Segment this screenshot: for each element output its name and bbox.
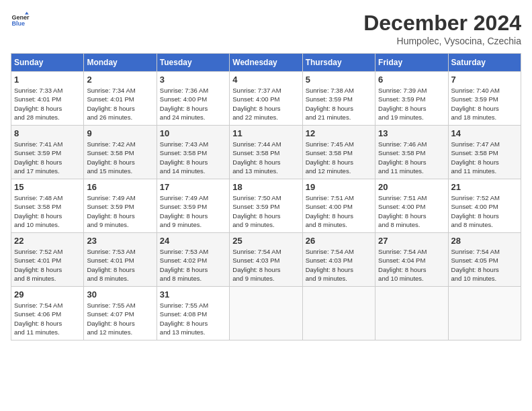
header-cell-tuesday: Tuesday xyxy=(157,54,229,72)
page-header: General Blue December 2024 Humpolec, Vys… xyxy=(11,11,521,46)
title-block: December 2024 Humpolec, Vysocina, Czechi… xyxy=(363,11,521,46)
day-info: Sunrise: 7:55 AMSunset: 4:07 PMDaylight:… xyxy=(87,301,153,336)
calendar-cell: 2Sunrise: 7:34 AMSunset: 4:01 PMDaylight… xyxy=(84,72,157,126)
calendar-cell: 19Sunrise: 7:51 AMSunset: 4:00 PMDayligh… xyxy=(302,179,375,233)
calendar-cell: 1Sunrise: 7:33 AMSunset: 4:01 PMDaylight… xyxy=(11,72,84,126)
day-number: 26 xyxy=(306,236,372,246)
calendar-cell: 25Sunrise: 7:54 AMSunset: 4:03 PMDayligh… xyxy=(230,233,302,287)
header-row: SundayMondayTuesdayWednesdayThursdayFrid… xyxy=(11,54,521,72)
day-info: Sunrise: 7:51 AMSunset: 4:00 PMDaylight:… xyxy=(378,193,445,229)
header-cell-thursday: Thursday xyxy=(302,54,375,72)
day-info: Sunrise: 7:49 AMSunset: 3:59 PMDaylight:… xyxy=(87,193,153,229)
calendar-cell: 26Sunrise: 7:54 AMSunset: 4:03 PMDayligh… xyxy=(302,233,375,287)
day-number: 14 xyxy=(451,128,518,138)
day-info: Sunrise: 7:38 AMSunset: 3:59 PMDaylight:… xyxy=(306,86,372,122)
day-info: Sunrise: 7:40 AMSunset: 3:59 PMDaylight:… xyxy=(451,86,518,122)
calendar-row-3: 15Sunrise: 7:48 AMSunset: 3:58 PMDayligh… xyxy=(11,179,521,233)
calendar-cell: 12Sunrise: 7:45 AMSunset: 3:58 PMDayligh… xyxy=(302,126,375,179)
calendar-cell xyxy=(375,287,448,340)
logo-icon: General Blue xyxy=(11,11,30,30)
day-info: Sunrise: 7:37 AMSunset: 4:00 PMDaylight:… xyxy=(232,86,299,122)
day-number: 6 xyxy=(378,75,445,85)
calendar-cell: 17Sunrise: 7:49 AMSunset: 3:59 PMDayligh… xyxy=(157,179,229,233)
calendar-cell: 11Sunrise: 7:44 AMSunset: 3:58 PMDayligh… xyxy=(230,126,302,179)
calendar-cell xyxy=(448,287,521,340)
day-number: 10 xyxy=(160,128,226,138)
calendar-cell: 4Sunrise: 7:37 AMSunset: 4:00 PMDaylight… xyxy=(230,72,302,126)
day-number: 21 xyxy=(451,182,518,192)
calendar-cell: 21Sunrise: 7:52 AMSunset: 4:00 PMDayligh… xyxy=(448,179,521,233)
day-number: 3 xyxy=(160,75,226,85)
calendar-body: 1Sunrise: 7:33 AMSunset: 4:01 PMDaylight… xyxy=(11,72,521,340)
calendar-cell: 24Sunrise: 7:53 AMSunset: 4:02 PMDayligh… xyxy=(157,233,229,287)
calendar-cell: 28Sunrise: 7:54 AMSunset: 4:05 PMDayligh… xyxy=(448,233,521,287)
day-number: 17 xyxy=(160,182,226,192)
day-info: Sunrise: 7:34 AMSunset: 4:01 PMDaylight:… xyxy=(87,86,153,122)
day-info: Sunrise: 7:54 AMSunset: 4:03 PMDaylight:… xyxy=(306,247,372,283)
day-info: Sunrise: 7:54 AMSunset: 4:03 PMDaylight:… xyxy=(232,247,299,283)
calendar-cell: 16Sunrise: 7:49 AMSunset: 3:59 PMDayligh… xyxy=(84,179,157,233)
day-number: 7 xyxy=(451,75,518,85)
day-info: Sunrise: 7:52 AMSunset: 4:00 PMDaylight:… xyxy=(451,193,518,229)
day-info: Sunrise: 7:42 AMSunset: 3:58 PMDaylight:… xyxy=(87,140,153,175)
calendar-cell: 22Sunrise: 7:52 AMSunset: 4:01 PMDayligh… xyxy=(11,233,84,287)
calendar-cell: 18Sunrise: 7:50 AMSunset: 3:59 PMDayligh… xyxy=(230,179,302,233)
day-info: Sunrise: 7:44 AMSunset: 3:58 PMDaylight:… xyxy=(232,140,299,175)
day-number: 31 xyxy=(160,289,226,300)
calendar-header: SundayMondayTuesdayWednesdayThursdayFrid… xyxy=(11,54,521,72)
calendar-cell: 20Sunrise: 7:51 AMSunset: 4:00 PMDayligh… xyxy=(375,179,448,233)
calendar-cell: 29Sunrise: 7:54 AMSunset: 4:06 PMDayligh… xyxy=(11,287,84,340)
day-number: 28 xyxy=(451,236,518,246)
calendar-cell: 9Sunrise: 7:42 AMSunset: 3:58 PMDaylight… xyxy=(84,126,157,179)
header-cell-sunday: Sunday xyxy=(11,54,84,72)
day-number: 25 xyxy=(232,236,299,246)
calendar-cell: 6Sunrise: 7:39 AMSunset: 3:59 PMDaylight… xyxy=(375,72,448,126)
day-info: Sunrise: 7:47 AMSunset: 3:58 PMDaylight:… xyxy=(451,140,518,175)
day-info: Sunrise: 7:36 AMSunset: 4:00 PMDaylight:… xyxy=(160,86,226,122)
day-info: Sunrise: 7:43 AMSunset: 3:58 PMDaylight:… xyxy=(160,140,226,175)
day-number: 8 xyxy=(14,128,81,138)
day-info: Sunrise: 7:54 AMSunset: 4:05 PMDaylight:… xyxy=(451,247,518,283)
day-number: 27 xyxy=(378,236,445,246)
day-number: 20 xyxy=(378,182,445,192)
header-cell-wednesday: Wednesday xyxy=(230,54,302,72)
day-info: Sunrise: 7:53 AMSunset: 4:01 PMDaylight:… xyxy=(87,247,153,283)
calendar-cell: 31Sunrise: 7:55 AMSunset: 4:08 PMDayligh… xyxy=(157,287,229,340)
day-number: 18 xyxy=(232,182,299,192)
calendar-cell: 3Sunrise: 7:36 AMSunset: 4:00 PMDaylight… xyxy=(157,72,229,126)
calendar-cell: 5Sunrise: 7:38 AMSunset: 3:59 PMDaylight… xyxy=(302,72,375,126)
calendar-row-2: 8Sunrise: 7:41 AMSunset: 3:59 PMDaylight… xyxy=(11,126,521,179)
header-cell-monday: Monday xyxy=(84,54,157,72)
day-info: Sunrise: 7:41 AMSunset: 3:59 PMDaylight:… xyxy=(14,140,81,175)
calendar-row-5: 29Sunrise: 7:54 AMSunset: 4:06 PMDayligh… xyxy=(11,287,521,340)
day-number: 11 xyxy=(232,128,299,138)
day-number: 12 xyxy=(306,128,372,138)
day-number: 2 xyxy=(87,75,153,85)
day-info: Sunrise: 7:54 AMSunset: 4:04 PMDaylight:… xyxy=(378,247,445,283)
calendar-cell: 8Sunrise: 7:41 AMSunset: 3:59 PMDaylight… xyxy=(11,126,84,179)
calendar-cell: 23Sunrise: 7:53 AMSunset: 4:01 PMDayligh… xyxy=(84,233,157,287)
month-title: December 2024 xyxy=(363,11,521,36)
day-number: 1 xyxy=(14,75,81,85)
day-number: 19 xyxy=(306,182,372,192)
day-info: Sunrise: 7:53 AMSunset: 4:02 PMDaylight:… xyxy=(160,247,226,283)
calendar-cell: 7Sunrise: 7:40 AMSunset: 3:59 PMDaylight… xyxy=(448,72,521,126)
day-number: 16 xyxy=(87,182,153,192)
header-cell-friday: Friday xyxy=(375,54,448,72)
calendar-cell: 13Sunrise: 7:46 AMSunset: 3:58 PMDayligh… xyxy=(375,126,448,179)
calendar-cell xyxy=(230,287,302,340)
day-info: Sunrise: 7:55 AMSunset: 4:08 PMDaylight:… xyxy=(160,301,226,336)
header-cell-saturday: Saturday xyxy=(448,54,521,72)
day-info: Sunrise: 7:45 AMSunset: 3:58 PMDaylight:… xyxy=(306,140,372,175)
day-number: 30 xyxy=(87,289,153,300)
day-info: Sunrise: 7:50 AMSunset: 3:59 PMDaylight:… xyxy=(232,193,299,229)
day-number: 9 xyxy=(87,128,153,138)
day-number: 5 xyxy=(306,75,372,85)
location-title: Humpolec, Vysocina, Czechia xyxy=(363,36,521,46)
day-info: Sunrise: 7:49 AMSunset: 3:59 PMDaylight:… xyxy=(160,193,226,229)
day-number: 29 xyxy=(14,289,81,300)
day-number: 23 xyxy=(87,236,153,246)
calendar-row-1: 1Sunrise: 7:33 AMSunset: 4:01 PMDaylight… xyxy=(11,72,521,126)
day-info: Sunrise: 7:54 AMSunset: 4:06 PMDaylight:… xyxy=(14,301,81,336)
calendar-table: SundayMondayTuesdayWednesdayThursdayFrid… xyxy=(11,53,521,340)
